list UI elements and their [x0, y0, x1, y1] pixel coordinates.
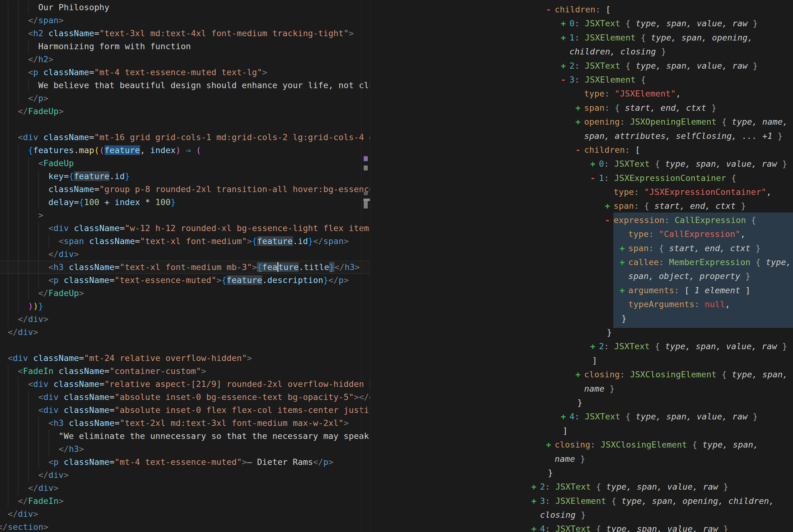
collapse-icon[interactable]: -	[590, 171, 595, 185]
ast-row[interactable]: -1: JSXExpressionContainer {	[370, 171, 793, 185]
expand-icon[interactable]: +	[590, 157, 595, 171]
collapse-icon[interactable]: -	[576, 143, 581, 157]
expand-icon[interactable]: +	[620, 283, 625, 297]
ast-row[interactable]: }	[370, 466, 793, 480]
ast-row[interactable]: +2: JSXText { type, span, value, raw }	[370, 59, 793, 73]
ast-row[interactable]: }	[370, 396, 793, 410]
ast-row[interactable]: ]	[370, 424, 793, 438]
code-line[interactable]: className="group p-8 rounded-2xl transit…	[0, 183, 370, 196]
ast-row[interactable]: type: "CallExpression",	[370, 227, 793, 241]
code-line-current[interactable]: <h3 className="text-xl font-medium mb-3"…	[0, 261, 370, 274]
ast-row[interactable]: +3: JSXElement { type, span, opening, ch…	[370, 494, 793, 508]
code-line[interactable]: </FadeUp>	[0, 105, 370, 118]
ast-row[interactable]: }	[370, 311, 793, 325]
ast-row[interactable]: name }	[370, 382, 793, 396]
ast-row[interactable]: type: "JSXExpressionContainer",	[370, 185, 793, 199]
ast-row[interactable]: -children: [	[370, 143, 793, 157]
code-line[interactable]: </h2>	[0, 53, 370, 66]
expand-icon[interactable]: +	[561, 16, 566, 30]
code-line[interactable]: </div>	[0, 508, 370, 520]
ast-row[interactable]: +4: JSXText { type, span, value, raw }	[370, 522, 793, 532]
code-line[interactable]: >	[0, 209, 370, 222]
code-line[interactable]	[0, 118, 370, 131]
ast-row[interactable]: type: "JSXElement",	[370, 87, 793, 100]
ast-row[interactable]: -expression: CallExpression {	[370, 213, 793, 227]
code-line[interactable]: <div className="w-12 h-12 rounded-xl bg-…	[0, 222, 370, 235]
ast-row[interactable]: ]	[370, 354, 793, 367]
ast-row[interactable]: +closing: JSXClosingElement { type, span…	[370, 367, 793, 381]
code-editor-panel[interactable]: Our Philosophy </span> <h2 className="te…	[0, 0, 370, 532]
code-line[interactable]: <h3 className="text-2xl md:text-3xl font…	[0, 417, 370, 430]
ast-row[interactable]: +closing: JSXClosingElement { type, span…	[370, 438, 793, 452]
expand-icon[interactable]: +	[561, 410, 566, 423]
code-line[interactable]: <span className="text-xl font-medium">{f…	[0, 235, 370, 248]
collapse-icon[interactable]: -	[605, 213, 610, 227]
ast-row[interactable]: +2: JSXText { type, span, value, raw }	[370, 339, 793, 353]
code-line[interactable]: <div className="absolute inset-0 bg-esse…	[0, 391, 370, 404]
code-line[interactable]: </div>	[0, 481, 370, 495]
ast-tree-panel[interactable]: -children: [+0: JSXText { type, span, va…	[370, 0, 793, 532]
code-line[interactable]: "We eliminate the unnecessary so that th…	[0, 430, 370, 443]
ast-row[interactable]: +1: JSXElement { type, span, opening,	[370, 31, 793, 44]
expand-icon[interactable]: +	[531, 480, 537, 494]
expand-icon[interactable]: +	[531, 494, 537, 508]
code-line[interactable]: Harmonizing form with function	[0, 40, 370, 53]
ast-row[interactable]: -children: [	[370, 2, 793, 16]
ast-row[interactable]: typeArguments: null,	[370, 297, 793, 311]
expand-icon[interactable]: +	[561, 59, 566, 73]
ast-row[interactable]: +span: { start, end, ctxt }	[370, 199, 793, 213]
ast-row[interactable]: +2: JSXText { type, span, value, raw }	[370, 480, 793, 494]
code-line[interactable]: </span>	[0, 14, 370, 27]
ast-row[interactable]: +0: JSXText { type, span, value, raw }	[370, 16, 793, 30]
expand-icon[interactable]: +	[590, 339, 595, 353]
code-line[interactable]: </FadeIn>	[0, 495, 370, 508]
code-line[interactable]: {features.map((feature, index) ⇒ (	[0, 144, 370, 157]
code-line[interactable]: Our Philosophy	[0, 1, 370, 14]
code-line[interactable]: <h2 className="text-3xl md:text-4xl font…	[0, 27, 370, 40]
expand-icon[interactable]: +	[561, 31, 566, 44]
code-line[interactable]: ))}	[0, 300, 370, 313]
code-line[interactable]: delay={100 + index * 100}	[0, 196, 370, 209]
code-line[interactable]: <FadeUp	[0, 157, 370, 170]
code-line[interactable]: <div className="absolute inset-0 flex fl…	[0, 404, 370, 417]
code-line[interactable]: We believe that beautiful design should …	[0, 79, 370, 92]
code-line[interactable]: key={feature.id}	[0, 170, 370, 183]
ast-row[interactable]: +arguments: [ 1 element ]	[370, 283, 793, 297]
ast-row[interactable]: +span: { start, end, ctxt }	[370, 241, 793, 255]
code-line[interactable]: <div className="relative aspect-[21/9] r…	[0, 378, 370, 391]
code-line[interactable]: </h3>	[0, 443, 370, 456]
expand-icon[interactable]: +	[576, 101, 581, 115]
ast-row[interactable]: -3: JSXElement {	[370, 73, 793, 87]
expand-icon[interactable]: +	[620, 241, 625, 255]
code-line[interactable]: <div className="mt-24 relative overflow-…	[0, 352, 370, 365]
code-line[interactable]: </div>	[0, 469, 370, 481]
ast-row[interactable]: +4: JSXText { type, span, value, raw }	[370, 410, 793, 423]
code-line[interactable]: <FadeIn className="container-custom">	[0, 365, 370, 378]
ast-row[interactable]: +opening: JSXOpeningElement { type, name…	[370, 115, 793, 129]
code-line[interactable]: </div>	[0, 326, 370, 339]
expand-icon[interactable]: +	[605, 199, 610, 213]
code-line[interactable]: <p className="mt-4 text-essence-muted te…	[0, 66, 370, 79]
collapse-icon[interactable]: -	[546, 2, 552, 16]
ast-row[interactable]: span, object, property }	[370, 269, 793, 283]
code-line[interactable]: <p className="text-essence-muted">{featu…	[0, 274, 370, 287]
ast-row[interactable]: +span: { start, end, ctxt }	[370, 101, 793, 115]
ast-row[interactable]: closing }	[370, 508, 793, 522]
ast-row[interactable]: name }	[370, 452, 793, 466]
ast-row[interactable]: }	[370, 325, 793, 339]
ast-row[interactable]: +0: JSXText { type, span, value, raw }	[370, 157, 793, 171]
collapse-icon[interactable]: -	[561, 73, 566, 87]
expand-icon[interactable]: +	[531, 522, 537, 532]
ast-row[interactable]: span, attributes, selfClosing, ... +1 }	[370, 129, 793, 143]
expand-icon[interactable]: +	[620, 255, 625, 269]
expand-icon[interactable]: +	[546, 438, 552, 452]
code-line[interactable]: </div>	[0, 248, 370, 261]
expand-icon[interactable]: +	[576, 367, 581, 381]
code-line[interactable]: <div className="mt-16 grid grid-cols-1 m…	[0, 131, 370, 144]
code-line[interactable]	[0, 339, 370, 352]
ast-row[interactable]: +callee: MemberExpression { type,	[370, 255, 793, 269]
code-line[interactable]: </div>	[0, 313, 370, 326]
code-line[interactable]: <p className="mt-4 text-essence-muted">—…	[0, 456, 370, 469]
ast-row[interactable]: children, closing }	[370, 44, 793, 58]
code-line[interactable]: </FadeUp>	[0, 287, 370, 300]
